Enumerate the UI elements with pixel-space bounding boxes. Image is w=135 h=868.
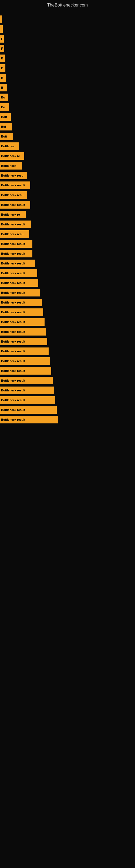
- bar-label: Bottleneck result: [1, 301, 25, 304]
- bar-row: Bottleneck result: [0, 366, 135, 376]
- bar-row: B: [0, 73, 135, 83]
- bar: Bottleneck result: [0, 289, 40, 297]
- bar: Bottleneck result: [0, 259, 35, 267]
- bar-label: Bottleneck result: [1, 281, 25, 284]
- bar-label: B: [1, 57, 3, 60]
- bar-label: Bottleneck result: [1, 340, 25, 343]
- bar: Bottleneck result: [0, 347, 49, 355]
- bar-label: Bottleneck result: [1, 320, 25, 323]
- bar: Bottleneck result: [0, 220, 31, 228]
- bar-label: Bottleneck result: [1, 291, 25, 294]
- bar: Bottleneck result: [0, 328, 46, 336]
- bar: Bottlenec: [0, 143, 19, 150]
- bar-label: Bottleneck re: [1, 213, 20, 216]
- bar: Bot: [0, 123, 12, 130]
- bar-row: Bottleneck re: [0, 210, 135, 219]
- bar-row: Bottleneck result: [0, 376, 135, 385]
- bar: Bo: [0, 103, 9, 111]
- bar: Bottleneck result: [0, 279, 38, 287]
- bar-label: Bot: [1, 125, 6, 128]
- bar-label: Bottleneck result: [1, 311, 25, 314]
- bar-row: Bottleneck resu: [0, 229, 135, 239]
- bar-row: Bottleneck result: [0, 415, 135, 425]
- bar: Bottleneck resu: [0, 191, 27, 199]
- bar-label: Bottleneck result: [1, 330, 25, 333]
- bar: Bottleneck result: [0, 396, 55, 404]
- bar-row: [0, 24, 135, 34]
- bar-row: F: [0, 34, 135, 44]
- bar-row: B: [0, 63, 135, 73]
- bar-row: Bottleneck result: [0, 200, 135, 210]
- bar-row: Bottleneck: [0, 161, 135, 170]
- bar-row: B: [0, 83, 135, 93]
- bar: Bottleneck result: [0, 269, 37, 277]
- bar-row: Bottleneck result: [0, 356, 135, 366]
- bar: Bottleneck result: [0, 308, 43, 316]
- bar-row: Bottleneck result: [0, 288, 135, 298]
- bar-row: Bott: [0, 112, 135, 122]
- bar-label: Bottleneck result: [1, 252, 25, 255]
- bar-label: Bottleneck result: [1, 379, 25, 382]
- bar-label: Bottleneck resu: [1, 174, 24, 177]
- bar-row: Bot: [0, 122, 135, 131]
- bar-label: Bottleneck result: [1, 389, 25, 392]
- bar: B: [0, 55, 5, 62]
- bar-row: Bottleneck result: [0, 239, 135, 249]
- bar-label: Bottleneck result: [1, 408, 25, 411]
- bar: Bottleneck result: [0, 250, 32, 257]
- bar: Bo: [0, 94, 8, 101]
- bar: Bottleneck resu: [0, 230, 29, 238]
- bar: Bottleneck result: [0, 377, 53, 384]
- bar: Bottleneck result: [0, 357, 50, 365]
- bar-row: Bottleneck resu: [0, 170, 135, 180]
- bar: Bottleneck result: [0, 367, 51, 375]
- bar-row: Bottleneck result: [0, 298, 135, 307]
- bar-row: Bottleneck result: [0, 395, 135, 405]
- bar: Bottleneck result: [0, 240, 32, 248]
- bar: Bottleneck result: [0, 299, 42, 306]
- bar-row: Bottleneck result: [0, 327, 135, 337]
- bar: Bottleneck re: [0, 152, 24, 160]
- bar-row: Bottleneck result: [0, 385, 135, 395]
- bar-label: Bottleneck result: [1, 369, 25, 372]
- bar: Bottleneck resu: [0, 172, 27, 179]
- bar-row: Bottleneck resu: [0, 190, 135, 200]
- bar-label: B: [1, 66, 3, 70]
- bar-label: Bottleneck result: [1, 262, 25, 265]
- bar-row: Bottleneck result: [0, 346, 135, 356]
- bar-label: F: [1, 37, 3, 40]
- bar: Bottleneck re: [0, 211, 26, 218]
- bar-row: Bo: [0, 93, 135, 102]
- bar-label: B: [1, 76, 3, 80]
- bar-label: Bottleneck result: [1, 223, 25, 226]
- bar-row: [0, 14, 135, 24]
- bar-label: Bottleneck result: [1, 360, 25, 363]
- bar: Bottleneck result: [0, 416, 58, 424]
- bar: Bottleneck result: [0, 386, 54, 394]
- bar-label: Bott: [1, 115, 7, 119]
- bar: B: [0, 74, 6, 82]
- bar-row: Bottleneck result: [0, 249, 135, 258]
- bar: Bottleneck result: [0, 318, 45, 326]
- bar-row: F: [0, 44, 135, 54]
- bar-row: Bottleneck result: [0, 405, 135, 415]
- bar-label: Bottleneck resu: [1, 232, 24, 236]
- bars-container: FFBBBBBoBoBottBotBottBottlenecBottleneck…: [0, 9, 135, 425]
- bar-label: Bottleneck result: [1, 203, 25, 207]
- bar-row: Bott: [0, 131, 135, 141]
- bar-row: B: [0, 54, 135, 63]
- bar-label: Bo: [1, 96, 5, 99]
- bar-row: Bottleneck result: [0, 317, 135, 327]
- bar-label: B: [1, 86, 3, 89]
- bar-label: Bottleneck result: [1, 272, 25, 275]
- bar: F: [0, 45, 4, 52]
- site-title-text: TheBottlenecker.com: [0, 0, 135, 9]
- bar-row: Bottleneck result: [0, 268, 135, 278]
- bar: Bottleneck result: [0, 406, 57, 414]
- bar-label: Bottleneck result: [1, 350, 25, 353]
- bar-label: Bottleneck result: [1, 418, 25, 421]
- bar-row: Bottleneck re: [0, 151, 135, 161]
- bar-label: Bottleneck: [1, 164, 16, 167]
- bar-label: F: [1, 47, 3, 50]
- bar: [0, 16, 2, 23]
